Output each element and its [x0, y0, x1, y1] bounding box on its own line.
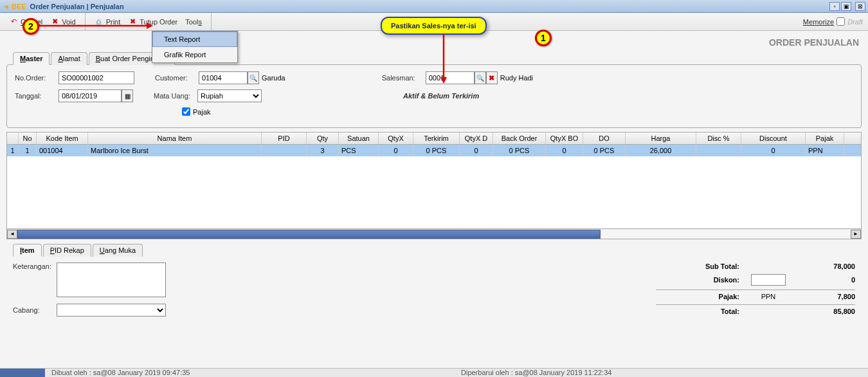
col-discp[interactable]: Disc %	[696, 133, 741, 144]
annotation-callout: Pastikan Sales-nya ter-isi	[381, 17, 487, 35]
col-backorder[interactable]: Back Order	[493, 133, 546, 144]
status-field: Aktif & Belum Terkirim	[403, 92, 479, 100]
items-grid: No Kode Item Nama Item PID Qty Satuan Qt…	[6, 132, 862, 239]
cell-terkirim: 0 PCS	[413, 145, 460, 156]
col-qty[interactable]: Qty	[307, 133, 339, 144]
menu-grafik-report[interactable]: Grafik Report	[152, 47, 237, 62]
customer-label: Customer:	[155, 74, 199, 82]
cell-backorder: 0 PCS	[493, 145, 546, 156]
horizontal-scrollbar[interactable]: ◄ ►	[7, 228, 861, 239]
col-discount[interactable]: Discount	[741, 133, 806, 144]
field-pajak: Pajak	[182, 107, 211, 116]
tools-button[interactable]: Tools	[181, 17, 206, 27]
cell-pid	[262, 145, 307, 156]
pajak-checkbox[interactable]	[182, 107, 190, 116]
status-updated: Diperbarui oleh : sa@08 January 2019 11:…	[458, 369, 868, 377]
tanggal-input[interactable]	[59, 89, 122, 102]
cell-nama: Marlboro Ice Burst	[88, 145, 262, 156]
status-created: Dibuat oleh : sa@08 January 2019 09:47:3…	[49, 369, 458, 377]
customer-input[interactable]	[199, 71, 248, 84]
cabang-select[interactable]	[57, 304, 166, 317]
cell-qtyx: 0	[379, 145, 413, 156]
salesman-lookup-button[interactable]: 🔍	[475, 71, 486, 84]
app-logo: ◄ BEE	[3, 3, 26, 10]
title-bar: ◄ BEE Order Penjualan | Penjualan ▫ ▣ ⊠	[0, 0, 868, 13]
customer-lookup-button[interactable]: 🔍	[248, 71, 259, 84]
memorize-label[interactable]: Memorize	[803, 18, 834, 26]
col-qtyx[interactable]: QtyX	[379, 133, 413, 144]
scroll-right-button[interactable]: ►	[851, 230, 861, 239]
col-no[interactable]: No	[19, 133, 37, 144]
cell-discount: 0	[741, 145, 806, 156]
cell-kode: 001004	[37, 145, 88, 156]
cell-no: 1	[19, 145, 37, 156]
cell-harga: 26,000	[626, 145, 696, 156]
field-customer: Customer: 🔍 Garuda	[155, 71, 285, 84]
tab-master[interactable]: Master	[13, 52, 50, 65]
col-terkirim[interactable]: Terkirim	[413, 133, 460, 144]
mata-uang-select[interactable]: Rupiah	[197, 89, 262, 102]
maximize-button[interactable]: ▣	[841, 2, 851, 11]
cell-rn: 1	[7, 145, 19, 156]
mata-uang-label: Mata Uang:	[154, 92, 197, 100]
window-title: Order Penjualan | Penjualan	[30, 3, 828, 10]
scroll-track[interactable]	[17, 230, 851, 239]
date-picker-button[interactable]: ▦	[122, 89, 133, 102]
col-pid[interactable]: PID	[262, 133, 307, 144]
cell-satuan: PCS	[339, 145, 379, 156]
salesman-clear-button[interactable]: ✖	[486, 71, 498, 84]
bottom-tabs: Item PID Rekap Uang Muka	[13, 244, 865, 257]
tab-alamat[interactable]: Alamat	[51, 52, 87, 65]
minimize-button[interactable]: ▫	[829, 2, 840, 11]
memorize-group: Memorize Draft	[803, 17, 863, 26]
total-label: Total:	[688, 308, 739, 315]
keterangan-input[interactable]	[57, 262, 166, 297]
col-rownum	[7, 133, 19, 144]
tab-uang-muka[interactable]: Uang Muka	[93, 244, 143, 257]
scroll-thumb[interactable]	[17, 230, 601, 239]
page-title: ORDER PENJUALAN	[3, 33, 865, 51]
menu-text-report[interactable]: Text Report	[152, 32, 237, 47]
field-cabang: Cabang:	[13, 304, 643, 317]
col-qtyxbo[interactable]: QtyX BO	[546, 133, 583, 144]
subtotal-label: Sub Total:	[688, 262, 739, 270]
col-satuan[interactable]: Satuan	[339, 133, 379, 144]
col-harga[interactable]: Harga	[626, 133, 696, 144]
field-keterangan: Keterangan:	[13, 262, 643, 297]
draft-label: Draft	[847, 18, 863, 26]
tab-item[interactable]: Item	[13, 244, 42, 257]
field-salesman: Salesman: 🔍 ✖ Rudy Hadi	[382, 71, 533, 84]
pajak-label: Pajak	[193, 108, 211, 116]
customer-name: Garuda	[262, 74, 285, 82]
salesman-input[interactable]	[426, 71, 475, 84]
svg-marker-1	[147, 23, 153, 29]
cabang-label: Cabang:	[13, 306, 57, 314]
table-row[interactable]: 1 1 001004 Marlboro Ice Burst 3 PCS 0 0 …	[7, 145, 861, 156]
cell-discp	[696, 145, 741, 156]
footer-panel: Keterangan: Cabang: Sub Total: 78,000 Di…	[3, 256, 865, 329]
col-nama-item[interactable]: Nama Item	[88, 133, 262, 144]
svg-marker-3	[440, 77, 447, 84]
col-do[interactable]: DO	[583, 133, 626, 144]
no-order-label: No.Order:	[15, 74, 59, 82]
diskon-input[interactable]	[751, 274, 786, 286]
print-dropdown: Text Report Grafik Report	[152, 31, 238, 63]
tab-pid-rekap[interactable]: PID Rekap	[43, 244, 91, 257]
scroll-left-button[interactable]: ◄	[7, 230, 17, 239]
memorize-checkbox[interactable]	[836, 17, 845, 26]
body-area: ORDER PENJUALAN Master Alamat Buat Order…	[0, 31, 868, 369]
col-kode-item[interactable]: Kode Item	[37, 133, 88, 144]
close-window-button[interactable]: ⊠	[855, 2, 865, 11]
no-order-input[interactable]	[59, 71, 134, 84]
tanggal-label: Tanggal:	[15, 92, 59, 100]
grid-header: No Kode Item Nama Item PID Qty Satuan Qt…	[7, 133, 861, 145]
col-qtyxd[interactable]: QtyX D	[460, 133, 493, 144]
cell-pajak: PPN	[806, 145, 844, 156]
col-pajak[interactable]: Pajak	[806, 133, 844, 144]
annotation-badge-1: 1	[535, 30, 552, 46]
pajak-total-label: Pajak:	[688, 293, 739, 300]
form-panel: No.Order: Customer: 🔍 Garuda Salesman: 🔍…	[6, 64, 862, 128]
grid-body: 1 1 001004 Marlboro Ice Burst 3 PCS 0 0 …	[7, 145, 861, 228]
field-mata-uang: Mata Uang: Rupiah	[154, 89, 262, 102]
status-spacer	[0, 369, 45, 377]
